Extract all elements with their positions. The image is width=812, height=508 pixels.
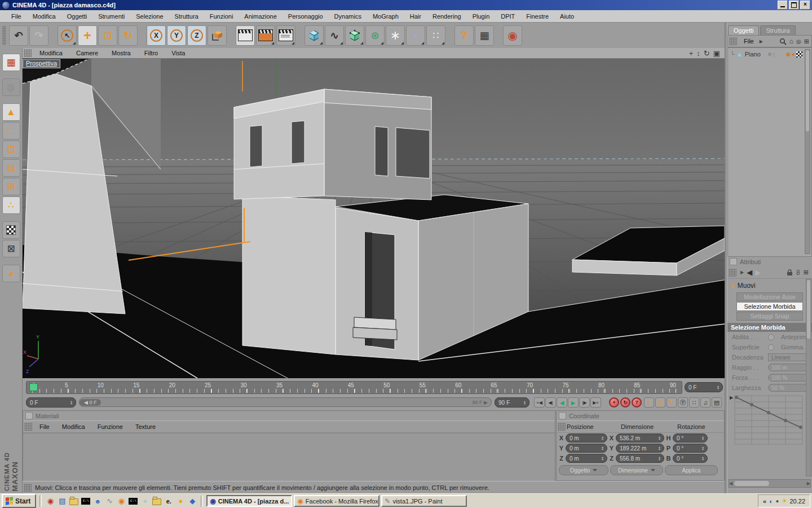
- add-hypernurbs-button[interactable]: [345, 25, 364, 46]
- search-icon[interactable]: [779, 38, 787, 45]
- om-expand-icon[interactable]: ▶: [760, 39, 763, 44]
- panel-pin-icon[interactable]: [25, 412, 33, 419]
- timeline-end-frame-field[interactable]: 0 F: [685, 382, 723, 392]
- 3d-scene[interactable]: Y X Z: [23, 59, 725, 378]
- quicklaunch-users-icon[interactable]: ☻: [92, 496, 103, 506]
- object-row-piano[interactable]: └ ▲ Piano :: [728, 48, 811, 59]
- autokey-button[interactable]: ↻: [620, 397, 630, 408]
- tab-settaggi-snap[interactable]: Settaggi Snap: [736, 312, 803, 321]
- add-particles-button[interactable]: ∷: [426, 25, 445, 46]
- add-cube-button[interactable]: [304, 25, 324, 46]
- menu-item[interactable]: Strumenti: [92, 12, 130, 21]
- play-forward-button[interactable]: ▶: [568, 397, 579, 408]
- abilita-checkbox[interactable]: [768, 334, 774, 340]
- world-coordinates-button[interactable]: ◍: [2, 78, 20, 96]
- tray-clock[interactable]: 20.22: [789, 498, 805, 505]
- minimize-button[interactable]: [778, 1, 788, 10]
- live-selection-button[interactable]: ↖: [58, 25, 77, 46]
- materials-menu-item[interactable]: Funzione: [91, 423, 129, 431]
- eye-icon[interactable]: ◎: [796, 38, 801, 45]
- view-maximize-icon[interactable]: ▣: [713, 49, 720, 58]
- attributes-hscrollbar[interactable]: ◀ ▶: [729, 479, 811, 488]
- render-picture-viewer-button[interactable]: [256, 25, 275, 46]
- render-view-button[interactable]: [236, 25, 255, 46]
- scroll-right-icon[interactable]: ▶: [807, 481, 810, 486]
- rotation-field[interactable]: 0 °: [673, 444, 708, 453]
- restore-button[interactable]: [789, 1, 799, 10]
- menu-item[interactable]: Finestre: [520, 12, 554, 21]
- lock-x-button[interactable]: X: [147, 25, 166, 46]
- tab-modellazione-asse[interactable]: Modellazione Asse: [736, 292, 803, 301]
- animation-mode-button[interactable]: ∴: [2, 196, 20, 214]
- model-mode-button[interactable]: ▲: [2, 103, 20, 121]
- quicklaunch-console-icon[interactable]: C:\: [81, 496, 91, 506]
- falloff-curve[interactable]: [734, 395, 803, 449]
- add-panel-icon[interactable]: ⊞: [804, 269, 809, 276]
- tray-chevron-icon[interactable]: «: [763, 498, 766, 505]
- menu-item[interactable]: MoGraph: [367, 12, 404, 21]
- goto-start-button[interactable]: «◀: [534, 397, 545, 408]
- close-button[interactable]: ×: [800, 1, 810, 10]
- rotation-field[interactable]: 0 °: [673, 433, 708, 443]
- toolbar-grip[interactable]: [2, 26, 6, 45]
- record-position-button[interactable]: +: [644, 397, 654, 408]
- lock-icon[interactable]: [787, 269, 793, 276]
- menu-item[interactable]: Selezione: [130, 12, 169, 21]
- scroll-left-icon[interactable]: ◀: [729, 481, 732, 486]
- viewport[interactable]: Prospettiva: [23, 59, 725, 378]
- quicklaunch-console2-icon[interactable]: C:\: [128, 496, 138, 506]
- range-slider-left-grip[interactable]: ◀ 0 F: [80, 399, 101, 406]
- record-rotation-button[interactable]: ↻: [667, 397, 677, 408]
- play-backward-button[interactable]: ◀: [557, 397, 567, 408]
- menu-item[interactable]: Personaggio: [283, 12, 329, 21]
- history-forward-icon[interactable]: ▶: [755, 268, 761, 277]
- larghezza-field[interactable]: 50 %: [768, 384, 810, 392]
- taskbar-window-firefox[interactable]: ◉ Facebook - Mozilla Firefox: [294, 495, 379, 507]
- sound-button[interactable]: ♫: [700, 397, 710, 408]
- attributes-scrollbar[interactable]: [806, 279, 811, 476]
- position-field[interactable]: 0 m: [566, 444, 607, 453]
- texture-axis-mode-button[interactable]: ⊠: [2, 240, 20, 257]
- materials-menu-item[interactable]: File: [33, 423, 56, 431]
- range-slider-right-grip[interactable]: 90 F ▶: [473, 400, 491, 405]
- polygons-mode-button[interactable]: ⊞: [2, 178, 20, 195]
- materials-menu-item[interactable]: Modifica: [56, 423, 91, 431]
- make-editable-button[interactable]: ▦: [2, 54, 20, 71]
- tray-app-icon[interactable]: ●: [776, 498, 779, 504]
- viewport-menu-camere[interactable]: Camere: [69, 49, 105, 57]
- coordinates-grip[interactable]: [558, 423, 566, 431]
- layer-panel-button[interactable]: ▤: [712, 397, 722, 408]
- tray-airplane-icon[interactable]: ✈: [782, 497, 787, 505]
- deformer-sphere-icon[interactable]: [786, 52, 790, 56]
- viewport-grip[interactable]: [24, 49, 32, 57]
- add-array-button[interactable]: ⊛: [365, 25, 385, 46]
- edges-mode-button[interactable]: ⊟: [2, 159, 20, 177]
- move-button[interactable]: +: [78, 25, 97, 46]
- applica-button[interactable]: Applica: [665, 465, 718, 475]
- menu-item[interactable]: Rendering: [427, 12, 467, 21]
- quicklaunch-folder-icon[interactable]: [69, 496, 79, 506]
- menu-item[interactable]: File: [6, 12, 27, 21]
- object-tree[interactable]: └ ▲ Piano :: [727, 47, 812, 257]
- size-field[interactable]: 556.8 m: [616, 454, 664, 463]
- menu-item[interactable]: Plugin: [467, 12, 496, 21]
- quicklaunch-ball-icon[interactable]: ●: [175, 496, 186, 506]
- current-frame-field[interactable]: 0 F: [26, 397, 76, 408]
- menu-item[interactable]: Funzioni: [204, 12, 239, 21]
- size-field[interactable]: 536.2 m: [616, 433, 664, 443]
- menu-item[interactable]: Struttura: [169, 12, 204, 21]
- layer-dot-icon[interactable]: [768, 52, 771, 56]
- menu-item[interactable]: Modifica: [27, 12, 61, 21]
- position-field[interactable]: 0 m: [566, 433, 607, 443]
- browser-button[interactable]: ◉: [503, 25, 522, 46]
- visibility-dots-icon[interactable]: :: [773, 51, 775, 58]
- stepper-icon[interactable]: [70, 400, 72, 405]
- section-header[interactable]: Selezione Morbida: [727, 323, 812, 332]
- eight-chain-icon[interactable]: 8: [796, 269, 800, 277]
- tray-daemon-icon[interactable]: ◐: [769, 498, 773, 505]
- materials-list-area[interactable]: [23, 433, 555, 481]
- quicklaunch-folder2-icon[interactable]: [152, 496, 162, 506]
- timeline-playhead[interactable]: [29, 383, 38, 391]
- forza-field[interactable]: 100 %: [768, 374, 810, 382]
- viewport-menu-mostra[interactable]: Mostra: [105, 49, 138, 57]
